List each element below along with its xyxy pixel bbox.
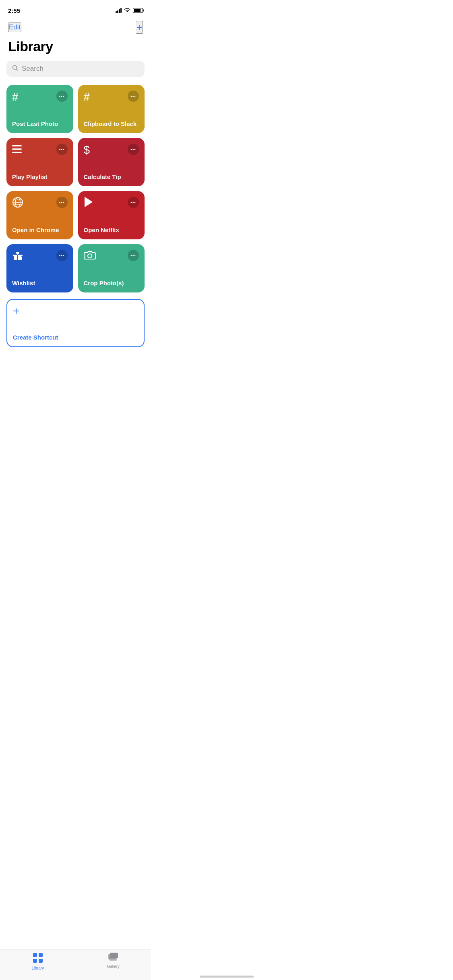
more-button[interactable]: •••	[56, 144, 68, 155]
svg-point-13	[88, 254, 92, 258]
card-header: •••	[84, 197, 139, 210]
camera-icon	[84, 250, 96, 262]
card-header: •••	[84, 250, 139, 262]
shortcut-card-play-playlist[interactable]: ••• Play Playlist	[6, 138, 73, 186]
nav-bar: Edit +	[0, 18, 151, 35]
create-plus-icon: +	[13, 305, 138, 317]
card-header: •••	[12, 144, 68, 156]
status-bar: 2:55	[0, 0, 151, 18]
more-button[interactable]: •••	[128, 197, 139, 208]
list-icon	[12, 144, 23, 156]
search-icon	[12, 65, 19, 73]
wifi-icon	[124, 8, 130, 14]
shortcut-name: Play Playlist	[12, 173, 68, 181]
more-button[interactable]: •••	[128, 144, 139, 155]
card-header: •••	[12, 197, 68, 211]
globe-icon	[12, 197, 23, 211]
card-header: $ •••	[84, 144, 139, 156]
page-title: Library	[0, 35, 151, 61]
shortcut-name: Open in Chrome	[12, 226, 68, 234]
card-header: •••	[12, 250, 68, 264]
svg-rect-2	[12, 148, 22, 150]
card-header: # •••	[12, 91, 68, 103]
dots-icon: •••	[130, 94, 136, 99]
search-placeholder: Search	[22, 65, 43, 73]
hashtag-icon: #	[84, 91, 90, 103]
more-button[interactable]: •••	[128, 91, 139, 102]
create-shortcut-row: + Create Shortcut	[0, 299, 151, 355]
shortcuts-grid: # ••• Post Last Photo # ••• Clipboard to…	[0, 85, 151, 299]
svg-rect-1	[12, 145, 22, 146]
dots-icon: •••	[59, 200, 65, 205]
more-button[interactable]: •••	[56, 91, 68, 102]
status-time: 2:55	[8, 7, 20, 14]
more-button[interactable]: •••	[56, 250, 68, 261]
more-button[interactable]: •••	[128, 250, 139, 261]
dots-icon: •••	[59, 147, 65, 152]
shortcut-card-open-in-chrome[interactable]: ••• Open in Chrome	[6, 191, 73, 239]
status-icons	[116, 8, 143, 14]
card-header: # •••	[84, 91, 139, 103]
signal-icon	[116, 8, 122, 13]
shortcut-name: Crop Photo(s)	[84, 279, 139, 287]
create-shortcut-card[interactable]: + Create Shortcut	[6, 299, 145, 347]
edit-button[interactable]: Edit	[8, 23, 21, 32]
dots-icon: •••	[130, 253, 136, 258]
svg-rect-3	[12, 152, 22, 153]
add-shortcut-button[interactable]: +	[136, 21, 143, 34]
svg-marker-9	[85, 197, 93, 207]
dots-icon: •••	[59, 253, 65, 258]
search-container: Search	[0, 61, 151, 85]
shortcut-card-open-netflix[interactable]: ••• Open Netflix	[78, 191, 145, 239]
create-shortcut-label: Create Shortcut	[13, 334, 138, 341]
shortcut-name: Wishlist	[12, 279, 68, 287]
dollar-icon: $	[84, 144, 90, 156]
shortcut-name: Open Netflix	[84, 226, 139, 234]
dots-icon: •••	[130, 200, 136, 205]
hashtag-icon: #	[12, 91, 19, 103]
shortcut-name: Post Last Photo	[12, 120, 68, 128]
more-button[interactable]: •••	[56, 197, 68, 208]
gift-icon	[12, 250, 23, 264]
search-bar[interactable]: Search	[6, 61, 145, 77]
shortcut-name: Clipboard to Slack	[84, 120, 139, 128]
dots-icon: •••	[130, 147, 136, 152]
dots-icon: •••	[59, 94, 65, 99]
shortcut-name: Calculate Tip	[84, 173, 139, 181]
shortcut-card-crop-photos[interactable]: ••• Crop Photo(s)	[78, 244, 145, 292]
play-icon	[84, 197, 93, 210]
shortcut-card-calculate-tip[interactable]: $ ••• Calculate Tip	[78, 138, 145, 186]
shortcut-card-clipboard-to-slack[interactable]: # ••• Clipboard to Slack	[78, 85, 145, 133]
battery-icon	[133, 8, 143, 13]
shortcut-card-wishlist[interactable]: ••• Wishlist	[6, 244, 73, 292]
shortcut-card-post-last-photo[interactable]: # ••• Post Last Photo	[6, 85, 73, 133]
